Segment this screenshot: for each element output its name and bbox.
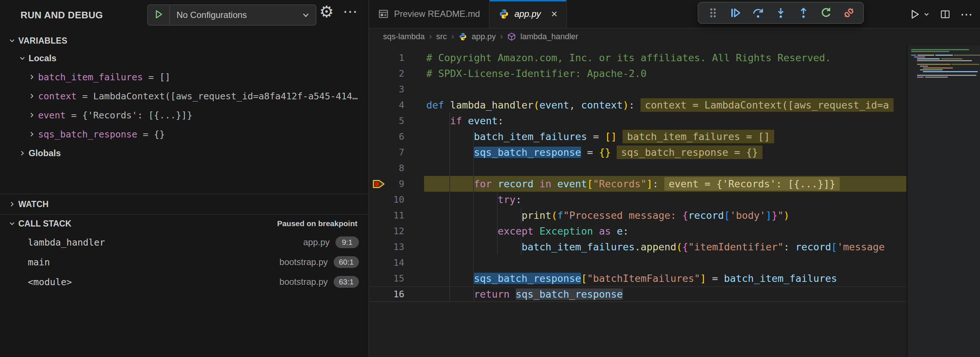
variable-row-batch_item_failures[interactable]: batch_item_failures = [] xyxy=(0,67,368,86)
split-editor-button[interactable] xyxy=(937,5,954,24)
code-line-16[interactable]: 16return sqs_batch_response xyxy=(369,286,907,302)
stack-frame[interactable]: lambda_handlerapp.py9:1 xyxy=(0,233,368,252)
breadcrumb-item[interactable]: sqs-lambda xyxy=(383,32,425,41)
stack-frame[interactable]: mainbootstrap.py60:1 xyxy=(0,252,368,272)
tabs: Preview README.mdapp.py× xyxy=(369,0,567,28)
token: "batchItemFailures" xyxy=(587,273,700,284)
code-line-5[interactable]: 5if event: xyxy=(369,113,907,129)
step-out-button[interactable] xyxy=(792,3,815,23)
drag-handle[interactable] xyxy=(701,3,724,23)
play-icon xyxy=(153,9,164,21)
indent-guide xyxy=(426,192,498,207)
code-editor[interactable]: 1# Copyright Amazon.com, Inc. or its aff… xyxy=(369,45,980,357)
minimap-line xyxy=(954,54,980,56)
debug-toolbar xyxy=(698,2,864,24)
token: [ xyxy=(831,241,837,253)
token: record xyxy=(795,241,831,253)
line-number: 4 xyxy=(369,97,404,113)
token: ) xyxy=(784,210,789,221)
token: try xyxy=(498,194,515,205)
tab-label: app.py xyxy=(514,9,541,19)
code-line-13[interactable]: 13batch_item_failures.append({"itemIdent… xyxy=(369,239,907,255)
frame-name: lambda_handler xyxy=(0,237,105,248)
code-text xyxy=(426,255,474,271)
restart-button[interactable] xyxy=(815,3,838,23)
editor-actions: ⋯ xyxy=(906,0,975,29)
code-text: return sqs_batch_response xyxy=(426,286,623,302)
token: ] xyxy=(766,210,772,221)
variable-value: = [] xyxy=(143,72,170,83)
more-actions-icon[interactable]: ⋯ xyxy=(343,3,358,20)
call-stack-header[interactable]: CALL STACK Paused on breakpoint xyxy=(0,215,368,233)
code-line-11[interactable]: 11print(f"Processed message: {record['bo… xyxy=(369,207,907,223)
token xyxy=(611,225,617,237)
token xyxy=(462,115,468,126)
token: { xyxy=(682,241,688,253)
line-number: 8 xyxy=(369,160,404,176)
token: # Copyright Amazon.com, Inc. or its affi… xyxy=(426,52,831,64)
stack-frame[interactable]: <module>bootstrap.py63:1 xyxy=(0,272,368,292)
token: e xyxy=(617,225,622,237)
continue-button[interactable] xyxy=(724,3,747,23)
token: 'body' xyxy=(730,210,766,221)
code-line-7[interactable]: 7sqs_batch_response = {}sqs_batch_respon… xyxy=(369,144,907,160)
gear-icon[interactable]: ⚙ xyxy=(319,2,334,21)
variable-row-context[interactable]: context = LambdaContext([aws_request_id=… xyxy=(0,86,368,105)
close-icon[interactable]: × xyxy=(551,8,558,19)
frame-position-badge: 63:1 xyxy=(334,276,359,288)
code-line-4[interactable]: 4def lambda_handler(event, context):cont… xyxy=(369,97,907,113)
code-line-14[interactable]: 14 xyxy=(369,255,907,271)
token: for xyxy=(474,178,492,190)
code-line-1[interactable]: 1# Copyright Amazon.com, Inc. or its aff… xyxy=(369,50,907,65)
tab-app-py[interactable]: app.py× xyxy=(490,0,567,28)
start-debugging-button[interactable] xyxy=(148,5,170,25)
code-line-6[interactable]: 6batch_item_failures = []batch_item_fail… xyxy=(369,129,907,144)
code-line-12[interactable]: 12except Exception as e: xyxy=(369,223,907,239)
chevron-right-icon xyxy=(6,200,18,208)
configuration-label: No Configurations xyxy=(170,10,301,20)
token: record xyxy=(688,210,724,221)
token: return xyxy=(474,288,510,300)
variables-header[interactable]: VARIABLES xyxy=(0,32,368,49)
code-text: def lambda_handler(event, context):conte… xyxy=(426,97,894,113)
line-number: 13 xyxy=(369,239,404,255)
breadcrumb-item[interactable]: app.py xyxy=(472,32,496,41)
step-into-button[interactable] xyxy=(769,3,792,23)
code-line-8[interactable]: 8 xyxy=(369,160,907,176)
breadcrumb: sqs-lambda›src›app.py›lambda_handler xyxy=(369,29,980,45)
token: : xyxy=(652,178,659,190)
code-line-9[interactable]: 9for record in event["Records"]:event = … xyxy=(369,176,907,192)
variable-row-sqs_batch_response[interactable]: sqs_batch_response = {} xyxy=(0,124,368,144)
run-python-file-button[interactable] xyxy=(906,5,933,24)
token: . xyxy=(635,241,641,253)
breadcrumb-separator: › xyxy=(429,32,432,41)
token: Exception xyxy=(539,225,593,237)
line-number: 15 xyxy=(369,271,404,286)
variable-row-event[interactable]: event = {'Records': [{...}]} xyxy=(0,105,368,124)
minimap-line xyxy=(917,60,972,61)
code-text: # Copyright Amazon.com, Inc. or its affi… xyxy=(426,50,831,65)
launch-configuration-dropdown[interactable]: No Configurations xyxy=(147,5,317,26)
step-over-button[interactable] xyxy=(747,3,769,23)
globals-group[interactable]: Globals xyxy=(0,144,368,163)
code-line-2[interactable]: 2# SPDX-License-Identifier: Apache-2.0 xyxy=(369,65,907,81)
disconnect-button[interactable] xyxy=(838,3,860,23)
code-line-15[interactable]: 15sqs_batch_response["batchItemFailures"… xyxy=(369,271,907,286)
token: event xyxy=(539,99,569,111)
preview-icon xyxy=(378,8,389,19)
watch-header[interactable]: WATCH xyxy=(0,194,368,214)
minimap[interactable] xyxy=(907,45,980,357)
tab-preview-readme-md[interactable]: Preview README.md xyxy=(369,0,490,28)
more-actions-icon[interactable]: ⋯ xyxy=(957,5,975,24)
line-number: 1 xyxy=(369,50,404,65)
line-number: 9 xyxy=(369,176,404,192)
locals-group[interactable]: Locals xyxy=(0,49,368,67)
line-number: 14 xyxy=(369,255,404,271)
breadcrumb-item[interactable]: lambda_handler xyxy=(520,32,578,41)
token: "Records" xyxy=(593,178,646,190)
code-line-3[interactable]: 3 xyxy=(369,81,907,97)
breadcrumb-item[interactable]: src xyxy=(436,32,447,41)
frame-position-badge: 9:1 xyxy=(336,236,359,248)
code-line-10[interactable]: 10try: xyxy=(369,192,907,207)
token: ( xyxy=(534,99,539,111)
